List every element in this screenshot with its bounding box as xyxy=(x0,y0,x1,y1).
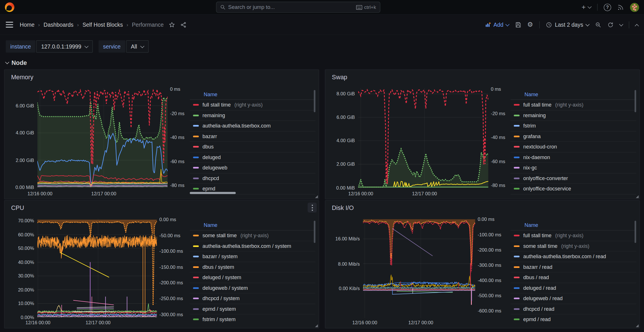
settings-gear-button[interactable]: ⚙ xyxy=(527,21,533,28)
legend-item[interactable]: authelia-authelia.tiserbox.com / read xyxy=(511,252,636,262)
plot-area[interactable] xyxy=(363,219,475,318)
breadcrumb-folder[interactable]: Self Host Blocks xyxy=(82,22,123,28)
panel-resize-handle[interactable] xyxy=(636,324,639,327)
section-title: Node xyxy=(11,59,27,66)
series-flat-pink xyxy=(73,300,114,305)
legend-item[interactable]: dbus / read xyxy=(511,273,636,283)
breadcrumb-home[interactable]: Home xyxy=(20,22,35,28)
legend-item[interactable]: deluged xyxy=(190,152,315,163)
share-button[interactable] xyxy=(181,22,187,28)
legend-item[interactable]: delugeweb xyxy=(190,163,315,173)
panel-title[interactable]: CPU xyxy=(11,204,24,211)
legend: Name full stall time(right y-axis)remain… xyxy=(190,89,315,195)
legend-scrollbar-vertical[interactable] xyxy=(314,90,315,112)
legend-item[interactable]: fstrim xyxy=(190,194,315,195)
plot-area[interactable] xyxy=(37,219,157,318)
legend-item[interactable]: bazarr / system xyxy=(190,252,315,262)
panel-resize-handle[interactable] xyxy=(315,324,318,327)
save-button[interactable] xyxy=(515,22,521,28)
legend-scrollbar-horizontal[interactable] xyxy=(190,192,236,194)
legend-item[interactable]: nix-daemon xyxy=(511,152,636,163)
legend-item[interactable]: dbus / system xyxy=(190,262,315,272)
legend-item[interactable]: delugeweb / read xyxy=(511,294,636,304)
legend-item[interactable]: remaining xyxy=(511,110,636,121)
new-button[interactable]: + xyxy=(582,4,591,11)
legend-scrollbar-vertical[interactable] xyxy=(635,221,636,243)
grafana-logo-icon[interactable] xyxy=(5,3,14,12)
panel-title[interactable]: Memory xyxy=(11,74,34,80)
left-axis-tick: 30.00% xyxy=(18,273,34,278)
right-axis-tick: -60 ms xyxy=(491,159,505,164)
help-button[interactable]: ? xyxy=(604,3,611,11)
plot-area[interactable] xyxy=(37,88,168,189)
x-axis-tick: 12/17 00:00 xyxy=(408,320,433,325)
legend-item[interactable]: onlyoffice-converter xyxy=(511,173,636,184)
variable-service-select[interactable]: All xyxy=(126,40,149,53)
legend-swatch xyxy=(514,256,519,258)
panel-memory: Memory 6.00 GiB4.00 GiB2.00 GiB0.00 MiB … xyxy=(4,70,319,199)
legend-item[interactable]: some stall time(right y-axis) xyxy=(511,241,636,251)
variable-instance-select[interactable]: 127.0.0.1:19999 xyxy=(36,40,93,53)
legend-header[interactable]: Name xyxy=(511,220,636,231)
legend-item[interactable]: nix-gc xyxy=(511,163,636,173)
chevron-down-icon xyxy=(5,60,9,64)
star-favorite-button[interactable] xyxy=(169,22,175,28)
legend-item[interactable]: bazarr / read xyxy=(511,262,636,272)
panel-title[interactable]: Disk I/O xyxy=(332,204,354,211)
time-range-picker[interactable]: Last 2 days xyxy=(546,22,589,28)
legend-item[interactable]: nextcloud-cron xyxy=(511,142,636,152)
user-avatar[interactable] xyxy=(630,3,639,11)
plot-area[interactable] xyxy=(358,88,488,189)
legend-swatch xyxy=(193,266,199,268)
legend-item[interactable]: some stall time(right y-axis) xyxy=(190,231,315,241)
collapse-toolbar-button[interactable] xyxy=(635,24,639,28)
legend-item[interactable]: deluged / read xyxy=(511,283,636,293)
legend-label: nextcloud-cron xyxy=(523,144,557,150)
legend-item[interactable]: remaining xyxy=(190,110,315,121)
legend-rows: full stall time(right y-axis)remainingau… xyxy=(190,100,315,195)
legend-item[interactable]: delugeweb / system xyxy=(190,283,315,293)
add-button[interactable]: Add xyxy=(485,22,509,28)
breadcrumb-dashboards[interactable]: Dashboards xyxy=(44,22,73,28)
legend-item[interactable]: authelia-authelia.tiserbox.com xyxy=(190,121,315,131)
panel-menu-button[interactable] xyxy=(308,203,317,213)
legend-header[interactable]: Name xyxy=(190,220,315,231)
legend-item[interactable]: postgresql xyxy=(511,194,636,195)
left-axis-tick: 70.00% xyxy=(18,218,34,223)
refresh-button[interactable] xyxy=(608,22,614,28)
legend-header[interactable]: Name xyxy=(511,89,636,100)
search-box[interactable]: Search or jump to... ctrl+k xyxy=(216,2,380,13)
legend-item[interactable]: bazarr xyxy=(190,131,315,142)
menu-toggle-button[interactable] xyxy=(6,22,13,28)
legend-swatch xyxy=(514,298,519,299)
legend-item[interactable]: full stall time(right y-axis) xyxy=(190,100,315,110)
section-node[interactable]: Node xyxy=(0,53,644,70)
legend-item[interactable]: epmd / read xyxy=(511,314,636,324)
legend-item[interactable]: full stall time(right y-axis) xyxy=(511,231,636,241)
legend-item[interactable]: deluged / system xyxy=(190,273,315,283)
legend-item[interactable]: dhcpcd / system xyxy=(190,294,315,304)
divider xyxy=(629,21,629,28)
legend-item[interactable]: authelia-authelia.tiserbox.com / system xyxy=(190,241,315,251)
legend-item[interactable]: fstrim xyxy=(511,121,636,131)
panel-title[interactable]: Swap xyxy=(332,74,347,80)
legend-header[interactable]: Name xyxy=(190,89,315,100)
legend-item[interactable]: onlyoffice-docservice xyxy=(511,184,636,194)
zoom-out-button[interactable] xyxy=(595,22,601,28)
legend-label: some stall time xyxy=(523,243,557,249)
legend-item[interactable]: grafana xyxy=(511,131,636,142)
legend-item[interactable]: full stall time(right y-axis) xyxy=(511,100,636,110)
legend-item[interactable]: epmd / system xyxy=(190,304,315,314)
refresh-interval-dropdown[interactable] xyxy=(619,22,623,26)
legend-item[interactable]: dhcpcd xyxy=(190,173,315,184)
legend-item[interactable]: fstrim / system xyxy=(190,314,315,324)
panel-resize-handle[interactable] xyxy=(315,195,318,198)
legend-scrollbar-vertical[interactable] xyxy=(635,90,636,112)
legend-scrollbar-vertical[interactable] xyxy=(314,221,315,243)
left-axis-tick: 0.00 MiB xyxy=(15,185,34,190)
panel-resize-handle[interactable] xyxy=(636,195,639,198)
news-rss-button[interactable] xyxy=(617,4,624,11)
left-axis-tick: 2.00 GiB xyxy=(16,158,34,163)
legend-item[interactable]: dhcpcd / read xyxy=(511,304,636,314)
legend-item[interactable]: dbus xyxy=(190,142,315,152)
